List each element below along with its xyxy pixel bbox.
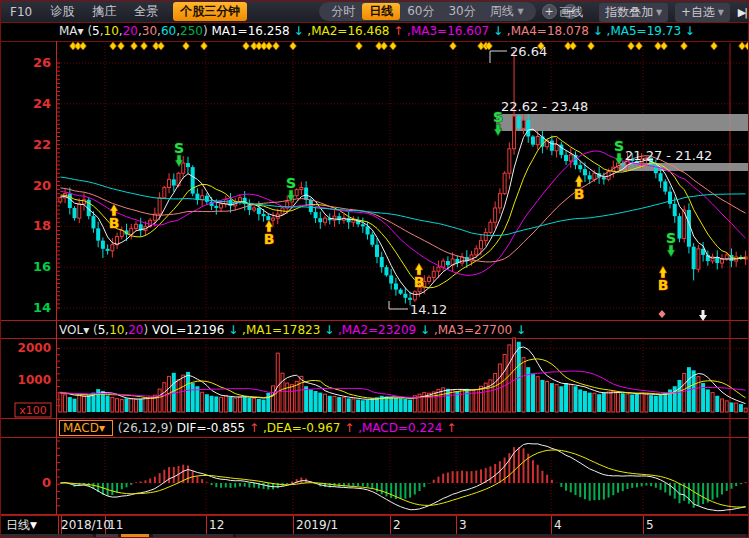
toolbar-item-gegu-sanfenzhong[interactable]: 个股三分钟 [173,2,247,21]
date-label: 11 [108,516,123,534]
horizontal-scrollbar[interactable] [1,534,749,538]
legend-segment: 5 [92,24,100,38]
legend-segment: VOL=12196 [152,323,228,337]
ma-legend-row: MA▾ (5,10,20,30,60,250) MA1=16.258 ↓ ,MA… [1,24,749,40]
date-label: 2019/1 [296,516,338,534]
date-label: 3 [459,516,467,534]
chart-canvas[interactable]: 2624222018161420001000x100026.6414.1222.… [1,1,749,538]
period-mode-button[interactable]: 日线▼ [1,516,62,534]
scrollbar-segment [236,534,746,538]
legend-segment: ,MACD=0.224 [354,421,446,435]
down-arrow-icon: ▼ [30,520,37,530]
svg-text:16: 16 [33,259,51,274]
svg-text:x100: x100 [19,404,47,417]
date-label: 2 [393,516,401,534]
legend-segment: ,MA3=27700 [430,323,516,337]
period-mode-label: 日线 [6,518,30,532]
collapse-panel-icon[interactable]: ▶| [738,6,746,19]
svg-text:B: B [264,231,275,247]
legend-segment: ↓ [324,323,334,337]
legend-segment: 250 [180,24,203,38]
toolbar-item-zhishu-diejia[interactable]: 指数叠加 ▼ [599,3,668,22]
date-tick [643,516,644,534]
svg-text:S: S [286,175,296,191]
tab-rixian[interactable]: 日线 [362,3,400,20]
svg-text:S: S [666,230,676,246]
vol-legend-row: VOL▾ (5,10,20) VOL=12196 ↓ ,MA1=17823 ↓ … [1,323,749,338]
toolbar-item-f10[interactable]: F10 [10,5,32,19]
date-label: 4 [554,516,562,534]
svg-text:22: 22 [33,137,51,152]
date-label: 2018/10 [61,516,111,534]
period-tab-group: 分时日线60分30分周线 ▼ [319,2,536,21]
svg-text:S: S [174,140,184,156]
scrollbar-segment [1,534,93,538]
date-tick [551,516,552,534]
svg-text:S: S [493,109,503,125]
down-arrow-icon: ▼ [653,8,662,17]
date-tick [58,516,59,534]
stock-chart-window: { "toolbar": { "left_items": [ {"id":"f1… [0,0,749,538]
macd-indicator-selector[interactable]: MACD▾ [59,420,113,436]
svg-text:S: S [614,138,624,154]
legend-segment: ↓ [593,24,603,38]
toolbar-item-qinzhuang[interactable]: 擒庄 [92,3,116,20]
legend-segment: ↓ [228,323,238,337]
toolbar-item-zhengu[interactable]: 诊股 [50,3,74,20]
legend-segment: 20 [123,24,138,38]
tab-zhouxian[interactable]: 周线 ▼ [483,3,531,20]
svg-text:20: 20 [33,178,51,193]
ma-indicator-selector[interactable]: MA▾ [59,24,87,38]
date-tick [456,516,457,534]
svg-text:24: 24 [33,96,51,111]
date-tick [293,516,294,534]
legend-segment: 10 [109,323,124,337]
down-arrow-icon: ▼ [715,8,724,17]
toolbar-item-huaxian[interactable]: 画线 [559,4,583,21]
legend-segment: ↓ [293,24,303,38]
legend-segment: DIF=-0.855 [177,421,249,435]
macd-legend-row: MACD▾ (26,12,9) DIF=-0.855 ↑ ,DEA=-0.967… [1,421,749,436]
legend-segment: ↓ [685,24,695,38]
tab-30min[interactable]: 30分 [441,3,482,20]
svg-text:1000: 1000 [18,373,51,387]
legend-segment: 10 [104,24,119,38]
date-tick [390,516,391,534]
scrollbar-thumb[interactable] [121,534,149,538]
toolbar-item-quanjing[interactable]: 全景 [134,3,158,20]
svg-text:26: 26 [33,55,51,70]
top-toolbar: F10诊股擒庄全景个股三分钟分时日线60分30分周线 ▼+−画线指数叠加 ▼+自… [1,1,749,23]
svg-text:B: B [658,277,669,293]
svg-text:B: B [414,274,425,290]
legend-segment: ↓ [420,323,430,337]
svg-text:0: 0 [42,475,51,490]
tab-60min[interactable]: 60分 [400,3,441,20]
svg-text:2000: 2000 [18,341,51,355]
legend-segment: (26,12,9) [118,421,177,435]
date-axis: 日线▼ 2018/1011122019/12345 [1,515,749,534]
legend-segment: ,MA1=17823 [238,323,324,337]
legend-segment: ↑ [344,421,354,435]
legend-segment: MA1=16.258 [211,24,293,38]
date-label: 12 [209,516,224,534]
toolbar-right-group: 画线指数叠加 ▼+自选 ▼▶| [550,1,746,23]
legend-segment: 20 [128,323,143,337]
legend-segment: ↓ [516,323,526,337]
vol-indicator-selector[interactable]: VOL▾ [59,323,93,337]
legend-segment: ,DEA=-0.967 [259,421,344,435]
svg-text:14: 14 [33,300,51,315]
svg-text:21.27 - 21.42: 21.27 - 21.42 [625,148,712,163]
tab-fenshi[interactable]: 分时 [324,3,362,20]
toolbar-item-jia-zixuan[interactable]: +自选 ▼ [675,3,730,22]
scrollbar-segment [96,534,118,538]
legend-segment: ↑ [393,24,403,38]
legend-segment: ↑ [446,421,456,435]
svg-text:B: B [574,186,585,202]
svg-text:22.62 - 23.48: 22.62 - 23.48 [501,99,588,114]
svg-text:B: B [109,215,120,231]
legend-segment: ,MA5=19.73 [603,24,685,38]
svg-text:14.12: 14.12 [410,302,447,317]
legend-segment: ↑ [249,421,259,435]
legend-segment: ,MA2=23209 [334,323,420,337]
date-tick [206,516,207,534]
